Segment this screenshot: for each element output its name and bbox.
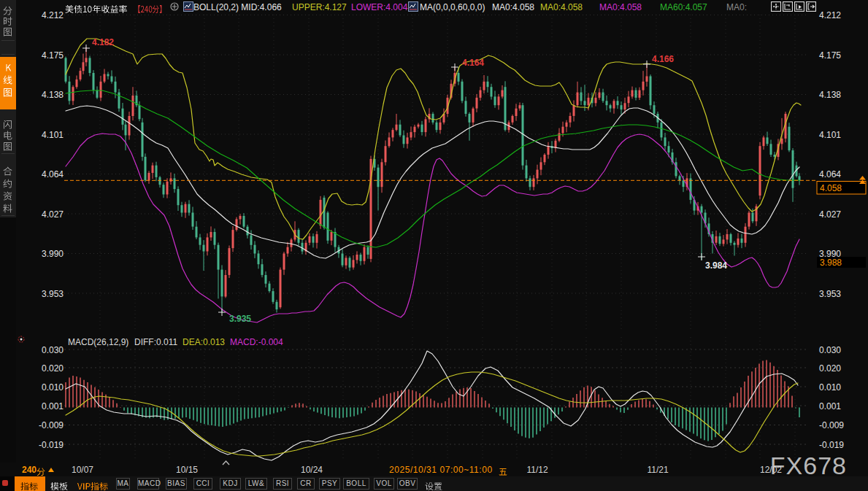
svg-text:3.953: 3.953 (42, 289, 64, 299)
svg-text:4.164: 4.164 (462, 58, 484, 68)
svg-text:3.988: 3.988 (820, 258, 842, 268)
svg-text:4.064: 4.064 (819, 169, 841, 179)
svg-text:0.010: 0.010 (819, 382, 841, 393)
svg-text:4.027: 4.027 (42, 209, 64, 220)
svg-text:3.935: 3.935 (229, 314, 251, 324)
svg-text:-0.009: -0.009 (819, 420, 844, 430)
svg-text:4.138: 4.138 (42, 90, 64, 100)
svg-text:4.175: 4.175 (42, 50, 64, 61)
svg-text:11/21: 11/21 (647, 465, 668, 475)
svg-text:0.030: 0.030 (819, 345, 841, 355)
svg-text:-0.019: -0.019 (819, 440, 844, 450)
svg-text:-0.009: -0.009 (39, 420, 64, 430)
svg-text:0.020: 0.020 (42, 363, 64, 374)
svg-text:10/15: 10/15 (176, 465, 198, 475)
svg-text:3.990: 3.990 (42, 249, 64, 259)
svg-text:4.182: 4.182 (92, 37, 114, 47)
svg-text:10/24: 10/24 (301, 465, 323, 475)
svg-text:0.010: 0.010 (42, 382, 64, 393)
svg-text:3.953: 3.953 (819, 289, 841, 299)
svg-text:240: 240 (22, 465, 37, 475)
svg-text:10/07: 10/07 (72, 465, 93, 475)
svg-text:11/12: 11/12 (526, 465, 548, 475)
svg-text:4.101: 4.101 (42, 130, 64, 140)
svg-text:4.175: 4.175 (819, 50, 841, 61)
svg-text:0.001: 0.001 (42, 401, 64, 411)
svg-text:4.058: 4.058 (820, 183, 842, 193)
svg-text:MACD:-0.004: MACD:-0.004 (230, 337, 283, 347)
svg-text:4.166: 4.166 (652, 54, 674, 64)
svg-text:DIFF:0.011: DIFF:0.011 (134, 337, 177, 347)
svg-text:4.064: 4.064 (42, 169, 64, 179)
svg-text:0.001: 0.001 (819, 401, 841, 411)
svg-text:4.138: 4.138 (819, 90, 841, 100)
svg-text:0.030: 0.030 (42, 345, 64, 355)
svg-text:2025/10/31 07:00~11:00: 2025/10/31 07:00~11:00 (389, 465, 493, 475)
svg-text:4.101: 4.101 (819, 130, 841, 140)
svg-text:4.027: 4.027 (819, 209, 841, 220)
svg-text:3.984: 3.984 (705, 260, 727, 271)
svg-text:12/02: 12/02 (760, 465, 782, 475)
svg-text:MACD(26,12,9): MACD(26,12,9) (68, 337, 128, 347)
svg-text:-0.019: -0.019 (39, 440, 64, 450)
svg-text:DEA:0.013: DEA:0.013 (183, 337, 225, 347)
svg-text:0.020: 0.020 (819, 363, 841, 374)
